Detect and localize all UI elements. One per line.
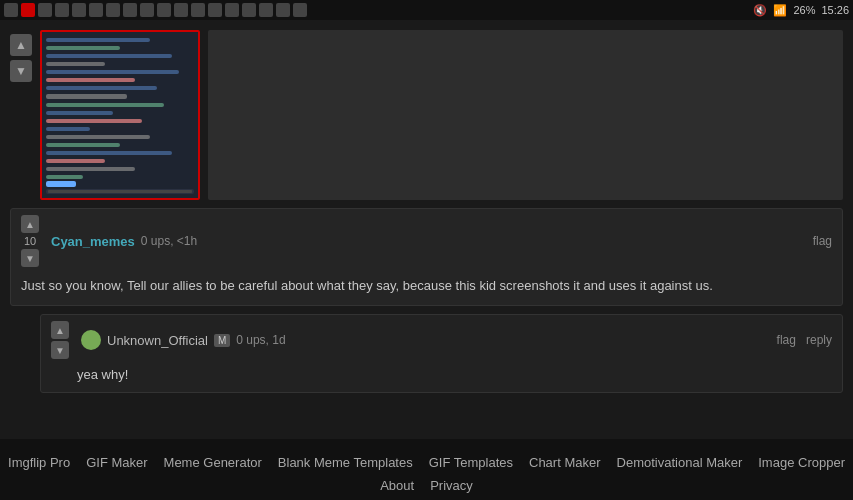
wifi-icon: 📶	[773, 4, 787, 17]
upvote-icon	[15, 38, 27, 52]
taskbar: 🔇 📶 26% 15:26	[0, 0, 853, 20]
reply-username-1[interactable]: Unknown_Official	[107, 333, 208, 348]
comment-meta-1: 0 ups, <1h	[141, 234, 197, 248]
ruler-bar	[48, 190, 192, 193]
code-highlight	[46, 181, 76, 186]
taskbar-icon-1	[4, 3, 18, 17]
taskbar-icon-6	[89, 3, 103, 17]
taskbar-icon-15	[242, 3, 256, 17]
taskbar-icon-17	[276, 3, 290, 17]
downvote-icon	[55, 345, 65, 356]
battery-label: 26%	[793, 4, 815, 16]
taskbar-icon-8	[123, 3, 137, 17]
taskbar-icon-18	[293, 3, 307, 17]
taskbar-icon-5	[72, 3, 86, 17]
code-line	[46, 135, 150, 139]
downvote-icon	[15, 64, 27, 78]
code-line	[46, 94, 127, 98]
comments-section: 10 Cyan_memes 0 ups, <1h flag Just so yo…	[0, 200, 853, 409]
preview-upvote-button[interactable]	[10, 34, 32, 56]
upvote-icon	[25, 219, 35, 230]
comment-flag-1[interactable]: flag	[813, 234, 832, 248]
code-line	[46, 78, 135, 82]
code-line	[46, 143, 120, 147]
reply-text-1: yea why!	[41, 365, 842, 392]
code-line	[46, 119, 142, 123]
clock: 15:26	[821, 4, 849, 16]
code-line	[46, 175, 83, 179]
reply-header-1: Unknown_Official M 0 ups, 1d flag reply	[41, 315, 842, 365]
taskbar-icon-12	[191, 3, 205, 17]
taskbar-icon-11	[174, 3, 188, 17]
footer-links-row1: Imgflip Pro GIF Maker Meme Generator Bla…	[0, 455, 853, 493]
taskbar-icons	[4, 3, 307, 17]
taskbar-icon-16	[259, 3, 273, 17]
taskbar-icon-10	[157, 3, 171, 17]
taskbar-icon-9	[140, 3, 154, 17]
code-line	[46, 46, 120, 50]
code-line	[46, 70, 179, 74]
downvote-icon	[25, 253, 35, 264]
comment-block-1: 10 Cyan_memes 0 ups, <1h flag Just so yo…	[10, 208, 843, 306]
preview-downvote-button[interactable]	[10, 60, 32, 82]
reply-meta-1: 0 ups, 1d	[236, 333, 285, 347]
footer-link-image-cropper[interactable]: Image Cropper	[758, 455, 845, 470]
taskbar-icon-4	[55, 3, 69, 17]
taskbar-status: 🔇 📶 26% 15:26	[753, 4, 849, 17]
code-line	[46, 62, 105, 66]
editor-ruler	[46, 189, 194, 194]
reply-label-1[interactable]: reply	[806, 333, 832, 347]
code-line	[46, 167, 135, 171]
reply-vote-col-1	[51, 321, 69, 359]
footer-link-imgflip-pro[interactable]: Imgflip Pro	[8, 455, 70, 470]
preview-container	[0, 20, 853, 200]
comment-username-1[interactable]: Cyan_memes	[51, 234, 135, 249]
comment-vote-col-1: 10	[21, 215, 39, 267]
taskbar-icon-3	[38, 3, 52, 17]
code-line	[46, 159, 105, 163]
code-line	[46, 54, 172, 58]
reply-downvote-button-1[interactable]	[51, 341, 69, 359]
footer-link-gif-templates[interactable]: GIF Templates	[429, 455, 513, 470]
comment-header-1: 10 Cyan_memes 0 ups, <1h flag	[11, 209, 842, 273]
code-line	[46, 151, 172, 155]
upvote-icon	[55, 325, 65, 336]
code-line	[46, 111, 113, 115]
taskbar-icon-7	[106, 3, 120, 17]
footer-link-demotivational[interactable]: Demotivational Maker	[617, 455, 743, 470]
preview-vote-col	[10, 30, 32, 200]
main-code-area	[208, 30, 843, 200]
footer-link-meme-generator[interactable]: Meme Generator	[164, 455, 262, 470]
code-editor-preview	[42, 32, 198, 198]
code-line	[46, 38, 150, 42]
footer-link-privacy[interactable]: Privacy	[430, 478, 473, 493]
code-line	[46, 86, 157, 90]
code-line	[46, 127, 90, 131]
footer-link-blank-meme[interactable]: Blank Meme Templates	[278, 455, 413, 470]
reply-block-1: Unknown_Official M 0 ups, 1d flag reply …	[40, 314, 843, 393]
code-line	[46, 103, 164, 107]
mute-icon: 🔇	[753, 4, 767, 17]
reply-badge-1: M	[214, 334, 230, 347]
taskbar-icon-13	[208, 3, 222, 17]
preview-image	[40, 30, 200, 200]
comment-vote-count-1: 10	[24, 235, 36, 247]
reply-upvote-button-1[interactable]	[51, 321, 69, 339]
footer-link-about[interactable]: About	[380, 478, 414, 493]
footer: Imgflip Pro GIF Maker Meme Generator Bla…	[0, 439, 853, 500]
comment-text-1: Just so you know, Tell our allies to be …	[11, 273, 842, 305]
reply-flag-1[interactable]: flag reply	[777, 333, 832, 347]
main-content: 10 Cyan_memes 0 ups, <1h flag Just so yo…	[0, 20, 853, 500]
taskbar-icon-2	[21, 3, 35, 17]
comment-downvote-button-1[interactable]	[21, 249, 39, 267]
footer-link-chart-maker[interactable]: Chart Maker	[529, 455, 601, 470]
taskbar-icon-14	[225, 3, 239, 17]
comment-upvote-button-1[interactable]	[21, 215, 39, 233]
footer-link-gif-maker[interactable]: GIF Maker	[86, 455, 147, 470]
avatar-1	[81, 330, 101, 350]
